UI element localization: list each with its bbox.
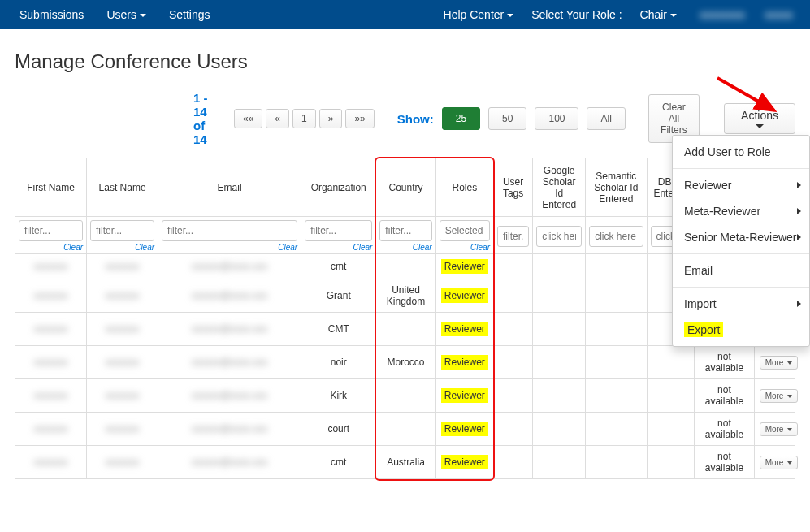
role-dropdown[interactable]: Chair [629,2,688,28]
col-google-scholar[interactable]: Google Scholar Id Entered [533,158,586,217]
pager-first[interactable]: «« [234,109,262,128]
cell-first-name: xxxxxxx [34,390,68,401]
filter-country[interactable] [379,220,431,241]
cell-roles: Reviewer [435,446,493,479]
col-organization[interactable]: Organization [301,158,376,217]
cell-roles: Reviewer [435,254,493,279]
actions-button[interactable]: Actions [724,103,795,134]
dd-import[interactable]: Import [673,291,809,317]
cell-email: xxxxxx@xxxx.xxx [192,423,268,435]
cell-gs [533,413,586,446]
cell-profile: not available [695,346,754,379]
nav-users[interactable]: Users [95,2,158,28]
more-button[interactable]: More [760,422,799,436]
cell-organization: Grant [301,279,376,313]
table-row: xxxxxxxxxxxxxxxxxxxx@xxxx.xxxcourtReview… [15,413,795,446]
filter-first-name[interactable] [19,220,83,241]
cell-roles: Reviewer [435,346,493,379]
cell-last-name: xxxxxxx [106,261,140,272]
cell-roles: Reviewer [435,313,493,346]
cell-country [376,313,435,346]
filter-last-name[interactable] [90,220,154,241]
cell-ss [586,379,647,413]
table-row: xxxxxxxxxxxxxxxxxxxx@xxxx.xxxKirkReviewe… [15,379,795,413]
clear-filter[interactable]: Clear [379,243,431,252]
col-first-name[interactable]: First Name [15,158,87,217]
more-button[interactable]: More [760,356,799,370]
cell-organization: cmt [301,254,376,279]
cell-organization: cmt [301,446,376,479]
clear-filter[interactable]: Clear [162,243,297,252]
cell-ss [586,446,647,479]
cell-ss [586,254,647,279]
dd-export[interactable]: Export [673,317,809,343]
cell-user-tags [493,254,532,279]
caret-down-icon [756,124,764,128]
more-button[interactable]: More [760,389,799,403]
cell-first-name: xxxxxxx [34,290,68,301]
cell-last-name: xxxxxxx [106,390,140,401]
dd-senior-meta-reviewer[interactable]: Senior Meta-Reviewer [673,224,809,250]
filter-roles[interactable] [440,220,490,241]
cell-dblp [647,446,695,479]
col-country[interactable]: Country [376,158,435,217]
cell-actions: More [754,446,795,479]
show-label: Show: [397,112,434,126]
col-user-tags[interactable]: User Tags [493,158,532,217]
cell-first-name: xxxxxxx [34,423,68,435]
clear-filter[interactable]: Clear [440,243,490,252]
show-50[interactable]: 50 [488,107,526,130]
cell-email: xxxxxx@xxxx.xxx [192,456,268,468]
cell-first-name: xxxxxxx [34,323,68,335]
user-menu[interactable]: xxxxx [753,2,802,28]
show-all[interactable]: All [587,107,625,130]
nav-help-center[interactable]: Help Center [432,2,526,28]
filter-google-scholar[interactable] [536,226,582,247]
cell-organization: noir [301,346,376,379]
dd-email[interactable]: Email [673,257,809,283]
more-button[interactable]: More [760,456,799,469]
user-name[interactable]: xxxxxxxx [688,2,753,28]
cell-profile: not available [695,413,754,446]
clear-filter[interactable]: Clear [19,243,83,252]
dd-reviewer[interactable]: Reviewer [673,172,809,198]
cell-email: xxxxxx@xxxx.xxx [192,357,268,368]
cell-first-name: xxxxxxx [34,357,68,368]
filter-semantic-scholar[interactable] [589,226,643,247]
pager-next[interactable]: » [319,109,343,128]
cell-roles: Reviewer [435,379,493,413]
dd-meta-reviewer[interactable]: Meta-Reviewer [673,198,809,224]
nav-submissions[interactable]: Submissions [8,2,95,28]
show-25[interactable]: 25 [442,107,480,130]
cell-user-tags [493,279,532,313]
cell-email: xxxxxx@xxxx.xxx [192,323,268,335]
cell-roles: Reviewer [435,279,493,313]
table-row: xxxxxxxxxxxxxxxxxxxx@xxxx.xxxcmtAustrali… [15,446,795,479]
filter-user-tags[interactable] [497,226,529,247]
pager-prev[interactable]: « [266,109,289,128]
pager-page-1[interactable]: 1 [292,109,316,128]
table-row: xxxxxxxxxxxxxxxxxxxx@xxxx.xxxnoirMorocco… [15,346,795,379]
show-100[interactable]: 100 [535,107,578,130]
pager-last[interactable]: »» [345,109,374,128]
cell-gs [533,254,586,279]
cell-actions: More [754,379,795,413]
cell-actions: More [754,413,795,446]
cell-user-tags [493,313,532,346]
col-last-name[interactable]: Last Name [87,158,158,217]
col-roles[interactable]: Roles [435,158,493,217]
clear-filter[interactable]: Clear [90,243,154,252]
nav-settings[interactable]: Settings [158,2,222,28]
clear-filter[interactable]: Clear [305,243,372,252]
filter-organization[interactable] [305,220,372,241]
dd-add-user-to-role[interactable]: Add User to Role [673,139,809,165]
caret-down-icon [787,395,792,398]
cell-gs [533,313,586,346]
col-email[interactable]: Email [158,158,301,217]
cell-user-tags [493,446,532,479]
filter-email[interactable] [162,220,297,241]
top-navbar: Submissions Users Settings Help Center S… [0,0,810,29]
caret-down-icon [787,361,792,365]
col-semantic-scholar[interactable]: Semantic Scholar Id Entered [586,158,647,217]
cell-country: Australia [376,446,435,479]
